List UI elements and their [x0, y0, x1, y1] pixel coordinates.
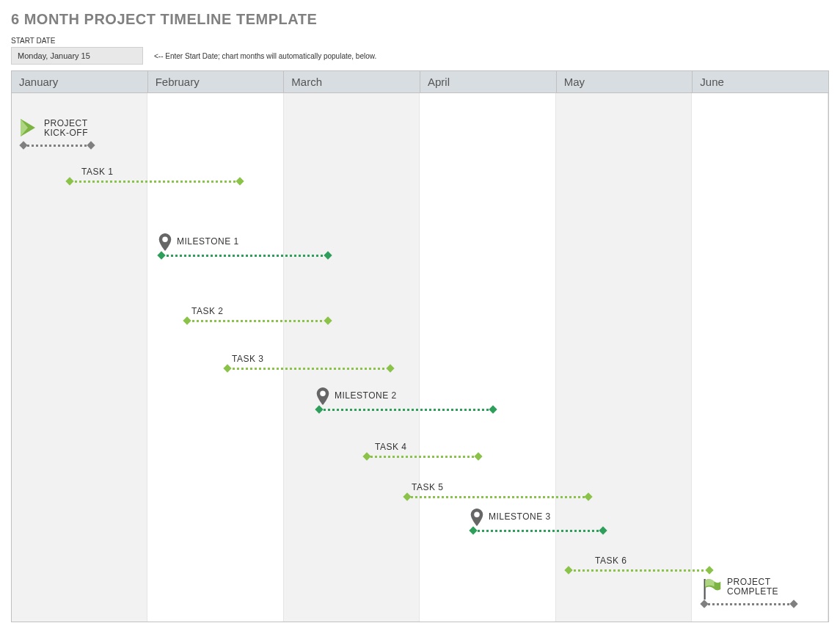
timeline-chart: January February March April May June PR… [11, 70, 829, 622]
item-task5: TASK 5 [404, 482, 591, 500]
item-milestone1: MILESTONE 1 [158, 236, 331, 258]
svg-point-2 [474, 512, 480, 518]
task4-label: TASK 4 [375, 442, 481, 452]
svg-point-0 [162, 237, 168, 243]
chart-body: PROJECTKICK-OFF TASK 1 MILESTONE 1 [12, 93, 828, 622]
month-january: January [12, 71, 148, 92]
task6-label: TASK 6 [595, 555, 712, 566]
item-task1: TASK 1 [67, 167, 243, 184]
task3-label: TASK 3 [232, 354, 393, 364]
item-task4: TASK 4 [364, 442, 481, 459]
col-5 [556, 93, 692, 622]
milestone2-label: MILESTONE 2 [335, 390, 496, 401]
col-6 [692, 93, 828, 622]
month-may: May [557, 71, 693, 92]
start-date-row: <-- Enter Start Date; chart months will … [11, 47, 829, 65]
kickoff-text: PROJECTKICK-OFF [44, 118, 88, 138]
start-date-hint: <-- Enter Start Date; chart months will … [154, 52, 376, 60]
task2-label: TASK 2 [191, 306, 331, 316]
item-complete: PROJECTCOMPLETE [701, 577, 822, 607]
complete-label: PROJECTCOMPLETE [727, 577, 822, 597]
kickoff-label: PROJECTKICK-OFF [44, 119, 94, 138]
start-date-input[interactable] [11, 47, 143, 65]
month-march: March [284, 71, 420, 92]
play-icon [21, 119, 35, 136]
month-february: February [148, 71, 285, 92]
start-date-block: START DATE <-- Enter Start Date; chart m… [11, 37, 829, 65]
milestone-pin-icon [470, 508, 483, 527]
flag-icon [701, 577, 722, 601]
svg-point-1 [320, 391, 326, 397]
milestone3-label: MILESTONE 3 [489, 511, 606, 522]
task1-label: TASK 1 [81, 167, 243, 177]
item-kickoff: PROJECTKICK-OFF [21, 119, 94, 148]
milestone-pin-icon [158, 233, 172, 252]
task5-label: TASK 5 [412, 482, 591, 492]
page-title: 6 MONTH PROJECT TIMELINE TEMPLATE [11, 11, 829, 28]
month-header: January February March April May June [12, 71, 828, 93]
month-june: June [693, 71, 828, 92]
start-date-label: START DATE [11, 37, 829, 45]
item-task3: TASK 3 [224, 354, 393, 371]
item-task2: TASK 2 [184, 306, 331, 324]
item-milestone2: MILESTONE 2 [316, 390, 496, 412]
complete-text: PROJECTCOMPLETE [727, 577, 778, 597]
item-task6: TASK 6 [566, 555, 712, 573]
milestone1-label: MILESTONE 1 [177, 236, 331, 247]
milestone-pin-icon [316, 387, 329, 406]
item-milestone3: MILESTONE 3 [470, 511, 606, 533]
month-april: April [420, 71, 557, 92]
col-4 [420, 93, 556, 622]
